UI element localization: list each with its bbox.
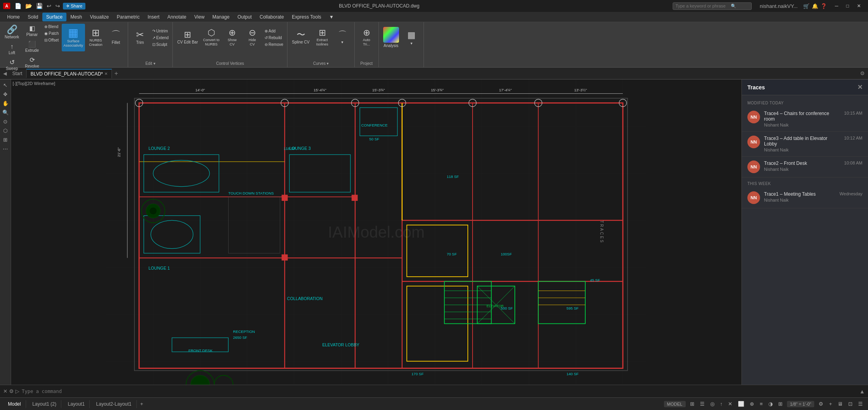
- ribbon-btn-show-cv[interactable]: ⊕ ShowCV: [223, 24, 242, 51]
- polar-icon[interactable]: ↑: [718, 400, 725, 408]
- transparency-icon[interactable]: ◑: [766, 400, 775, 408]
- tab-start[interactable]: Start: [8, 69, 26, 78]
- cart-icon[interactable]: 🛒: [803, 3, 809, 9]
- bell-icon[interactable]: 🔔: [812, 3, 818, 9]
- lt-move-icon[interactable]: ✥: [2, 90, 9, 98]
- ribbon-btn-hide-cv[interactable]: ⊖ HideCV: [243, 24, 262, 51]
- search-icon[interactable]: 🔍: [731, 4, 736, 9]
- menu-insert[interactable]: Insert: [144, 13, 163, 21]
- tabs-settings-icon[interactable]: ⚙: [860, 70, 865, 76]
- ribbon-btn-sculpt[interactable]: ⊡ Sculpt: [151, 42, 170, 47]
- lt-zoom-icon[interactable]: 🔍: [1, 108, 10, 117]
- menu-parametric[interactable]: Parametric: [113, 13, 144, 21]
- lt-pan-icon[interactable]: ✋: [1, 99, 10, 108]
- menu-visualize[interactable]: Visualize: [86, 13, 113, 21]
- canvas-area[interactable]: [-][Top][2D Wireframe] IAIModel.com: [11, 79, 741, 385]
- menu-solid[interactable]: Solid: [24, 13, 42, 21]
- settings-icon[interactable]: ⚙: [817, 400, 825, 408]
- model-badge[interactable]: MODEL: [664, 401, 686, 407]
- status-tab-layout1-2[interactable]: Layout1 (2): [28, 400, 62, 408]
- maximize-button[interactable]: □: [842, 2, 853, 10]
- new-icon[interactable]: 📄: [13, 3, 23, 9]
- ribbon-btn-extrude[interactable]: ⬛ Extrude: [23, 40, 42, 55]
- ribbon-btn-loft[interactable]: ↑ Loft: [2, 42, 21, 57]
- tab-back-icon[interactable]: ◀: [3, 71, 7, 76]
- ribbon-btn-revolve[interactable]: ⟳ Revolve: [23, 55, 42, 70]
- ribbon-btn-blend[interactable]: ⊕ Blend: [43, 24, 61, 30]
- osnap-icon[interactable]: ✕: [726, 400, 734, 408]
- ribbon-btn-rebuild[interactable]: ↺ Rebuild: [263, 35, 285, 41]
- ribbon-btn-curves-more[interactable]: ⌒ ▾: [333, 24, 352, 51]
- scale-badge[interactable]: 1/8" = 1'-0": [787, 401, 815, 407]
- menu-surface[interactable]: Surface: [42, 13, 66, 21]
- lt-viewcube-icon[interactable]: ⬡: [2, 127, 9, 135]
- command-input[interactable]: [22, 389, 857, 394]
- undo-icon[interactable]: ↩: [45, 3, 53, 9]
- lt-layer-icon[interactable]: ⊞: [2, 136, 9, 144]
- menu-output[interactable]: Output: [233, 13, 255, 21]
- menu-collaborate[interactable]: Collaborate: [256, 13, 288, 21]
- menu-more[interactable]: ▼: [325, 13, 338, 21]
- open-icon[interactable]: 📂: [24, 3, 33, 9]
- ortho-icon[interactable]: ◎: [708, 400, 717, 408]
- cmd-close-icon[interactable]: ✕: [3, 388, 8, 394]
- ribbon-btn-cv-edit-bar[interactable]: ⊞ CV Edit Bar: [175, 24, 200, 51]
- plus-icon[interactable]: +: [827, 400, 834, 408]
- ribbon-btn-nurbs[interactable]: ⊞ NURBSCreation: [86, 24, 105, 51]
- viewport-icon[interactable]: ⊡: [846, 400, 855, 408]
- ribbon-btn-add-cv[interactable]: ⊕ Add: [263, 28, 285, 34]
- add-tab-button[interactable]: +: [112, 70, 120, 77]
- otrack-icon[interactable]: ⬜: [736, 400, 746, 408]
- ribbon-btn-auto-tri[interactable]: ⊕ AutoTri...: [357, 24, 376, 51]
- ribbon-btn-patch[interactable]: ◉ Patch: [43, 30, 61, 36]
- search-input[interactable]: [675, 4, 731, 8]
- traces-close-icon[interactable]: ✕: [857, 83, 862, 91]
- lt-orbit-icon[interactable]: ⊙: [2, 117, 9, 126]
- grid-icon[interactable]: ⊞: [688, 400, 696, 408]
- lt-more-icon[interactable]: ⋯: [2, 145, 9, 153]
- ribbon-btn-network[interactable]: 🔗 Network: [2, 24, 21, 41]
- ribbon-btn-extract-isolines[interactable]: ⊞ ExtractIsolines: [313, 24, 332, 51]
- ribbon-btn-analysis-more[interactable]: ▦ ▾: [402, 24, 421, 51]
- cmd-settings-icon[interactable]: ⚙: [9, 388, 14, 394]
- trace-item-4[interactable]: NN Trace4 – Chairs for conference room N…: [742, 107, 868, 132]
- trace-item-2[interactable]: NN Trace2 – Front Desk Nishant Naik 10:0…: [742, 157, 868, 178]
- trace-item-3[interactable]: NN Trace3 – Add table in Elevator Lobby …: [742, 132, 868, 157]
- ribbon-btn-planar[interactable]: ◧ Planar: [23, 24, 42, 39]
- dynamic-icon[interactable]: ⊕: [748, 400, 756, 408]
- ribbon-btn-untrim[interactable]: ↷ Untrim: [151, 28, 170, 34]
- menu-home[interactable]: Home: [3, 13, 24, 21]
- menu-icon[interactable]: ☰: [856, 400, 865, 408]
- trace-item-1[interactable]: NN Trace1 – Meeting Tables Nishant Naik …: [742, 187, 868, 208]
- help-icon[interactable]: ❓: [821, 3, 827, 9]
- tab-blvd[interactable]: BLVD OFFICE_PLAN-AUTOCAD* ✕: [26, 69, 112, 78]
- cmd-scroll-up[interactable]: ▲: [859, 388, 865, 395]
- menu-annotate[interactable]: Annotate: [163, 13, 190, 21]
- menu-mesh[interactable]: Mesh: [66, 13, 86, 21]
- menu-manage[interactable]: Manage: [208, 13, 233, 21]
- selection-icon[interactable]: ⊞: [776, 400, 785, 408]
- save-icon[interactable]: 💾: [35, 3, 44, 9]
- cmd-arrow-icon[interactable]: ▷: [15, 388, 19, 394]
- status-tab-layout2[interactable]: Layout2-Layout1: [91, 400, 136, 408]
- ribbon-btn-surface-assoc[interactable]: ▦ SurfaceAssociativity: [62, 24, 85, 51]
- lineweight-icon[interactable]: ≡: [758, 400, 765, 408]
- ribbon-btn-fillet[interactable]: ⌒ Fillet: [106, 24, 125, 51]
- status-tab-model[interactable]: Model: [3, 400, 26, 408]
- share-button[interactable]: ✈ Share: [63, 3, 85, 9]
- tab-blvd-close[interactable]: ✕: [104, 72, 108, 76]
- lt-cursor-icon[interactable]: ↖: [2, 81, 9, 89]
- monitor-icon[interactable]: 🖥: [836, 400, 845, 408]
- ribbon-btn-offset[interactable]: ⊟ Offset: [43, 37, 61, 43]
- ribbon-btn-remove[interactable]: ⊖ Remove: [263, 42, 285, 47]
- redo-icon[interactable]: ↪: [54, 3, 61, 9]
- ribbon-btn-convert-nurbs[interactable]: ⬡ Convert toNURBS: [201, 24, 221, 51]
- ribbon-btn-extend[interactable]: ↗ Extend: [151, 35, 170, 41]
- menu-view[interactable]: View: [190, 13, 208, 21]
- status-tab-layout1[interactable]: Layout1: [63, 400, 90, 408]
- close-button[interactable]: ✕: [853, 2, 865, 10]
- search-box[interactable]: 🔍: [673, 2, 752, 10]
- minimize-button[interactable]: ─: [831, 2, 842, 10]
- ribbon-btn-trim[interactable]: ✂ Trim: [130, 24, 149, 51]
- ribbon-btn-analysis[interactable]: Analysis: [381, 24, 401, 51]
